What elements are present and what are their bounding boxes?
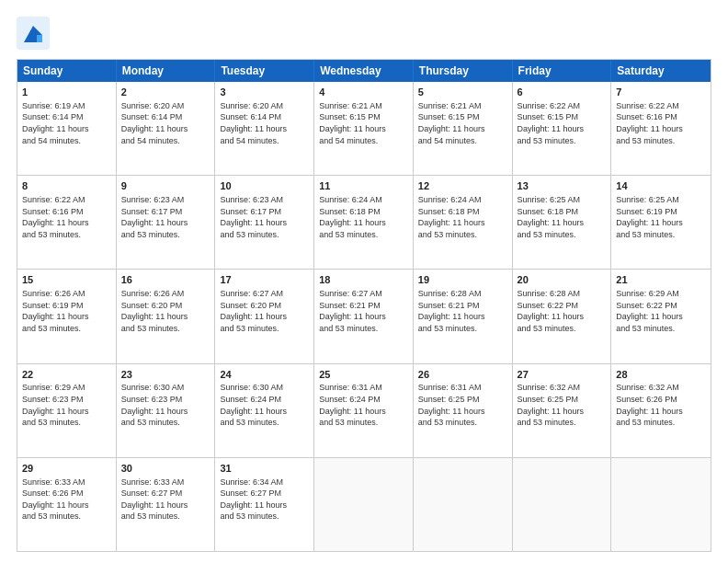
cell-info: Sunrise: 6:22 AM Sunset: 6:16 PM Dayligh… <box>616 100 706 146</box>
calendar-cell: 25Sunrise: 6:31 AM Sunset: 6:24 PM Dayli… <box>314 364 414 457</box>
calendar-cell <box>414 458 513 551</box>
day-number: 3 <box>220 86 309 99</box>
cell-info: Sunrise: 6:30 AM Sunset: 6:24 PM Dayligh… <box>220 382 309 428</box>
logo <box>17 17 53 50</box>
calendar-cell: 26Sunrise: 6:31 AM Sunset: 6:25 PM Dayli… <box>414 364 513 457</box>
cell-info: Sunrise: 6:24 AM Sunset: 6:18 PM Dayligh… <box>418 194 507 240</box>
day-number: 12 <box>418 179 507 193</box>
day-number: 9 <box>121 179 210 193</box>
cell-info: Sunrise: 6:30 AM Sunset: 6:23 PM Dayligh… <box>121 382 210 428</box>
calendar-row-4: 22Sunrise: 6:29 AM Sunset: 6:23 PM Dayli… <box>17 363 711 457</box>
calendar-cell: 12Sunrise: 6:24 AM Sunset: 6:18 PM Dayli… <box>414 176 513 269</box>
calendar-cell: 16Sunrise: 6:26 AM Sunset: 6:20 PM Dayli… <box>117 270 216 362</box>
cell-info: Sunrise: 6:28 AM Sunset: 6:21 PM Dayligh… <box>418 288 507 334</box>
cell-info: Sunrise: 6:19 AM Sunset: 6:14 PM Dayligh… <box>22 100 111 146</box>
day-number: 2 <box>121 86 210 99</box>
header-day-tuesday: Tuesday <box>215 60 314 82</box>
cell-info: Sunrise: 6:21 AM Sunset: 6:15 PM Dayligh… <box>319 100 408 146</box>
calendar-cell: 14Sunrise: 6:25 AM Sunset: 6:19 PM Dayli… <box>611 176 711 269</box>
day-number: 30 <box>121 462 210 476</box>
calendar-cell: 19Sunrise: 6:28 AM Sunset: 6:21 PM Dayli… <box>414 270 513 362</box>
day-number: 22 <box>22 368 111 382</box>
calendar-cell: 13Sunrise: 6:25 AM Sunset: 6:18 PM Dayli… <box>513 176 612 269</box>
header <box>17 17 711 50</box>
cell-info: Sunrise: 6:22 AM Sunset: 6:15 PM Dayligh… <box>518 100 607 146</box>
day-number: 18 <box>319 273 408 287</box>
day-number: 13 <box>518 179 607 193</box>
calendar-cell: 27Sunrise: 6:32 AM Sunset: 6:25 PM Dayli… <box>513 364 612 457</box>
calendar-cell: 20Sunrise: 6:28 AM Sunset: 6:22 PM Dayli… <box>513 270 612 362</box>
calendar-cell <box>513 458 612 551</box>
cell-info: Sunrise: 6:20 AM Sunset: 6:14 PM Dayligh… <box>121 100 210 146</box>
calendar-cell: 24Sunrise: 6:30 AM Sunset: 6:24 PM Dayli… <box>215 364 314 457</box>
cell-info: Sunrise: 6:29 AM Sunset: 6:23 PM Dayligh… <box>22 382 111 428</box>
cell-info: Sunrise: 6:23 AM Sunset: 6:17 PM Dayligh… <box>220 194 309 240</box>
cell-info: Sunrise: 6:27 AM Sunset: 6:20 PM Dayligh… <box>220 288 309 334</box>
cell-info: Sunrise: 6:34 AM Sunset: 6:27 PM Dayligh… <box>220 477 309 523</box>
calendar-cell <box>611 458 711 551</box>
day-number: 16 <box>121 273 210 287</box>
day-number: 8 <box>22 179 111 193</box>
calendar-cell: 30Sunrise: 6:33 AM Sunset: 6:27 PM Dayli… <box>117 458 216 551</box>
cell-info: Sunrise: 6:26 AM Sunset: 6:20 PM Dayligh… <box>121 288 210 334</box>
cell-info: Sunrise: 6:32 AM Sunset: 6:26 PM Dayligh… <box>616 382 706 428</box>
calendar-cell: 18Sunrise: 6:27 AM Sunset: 6:21 PM Dayli… <box>314 270 414 362</box>
header-day-monday: Monday <box>117 60 216 82</box>
cell-info: Sunrise: 6:33 AM Sunset: 6:26 PM Dayligh… <box>22 477 111 523</box>
calendar-cell: 4Sunrise: 6:21 AM Sunset: 6:15 PM Daylig… <box>314 82 414 175</box>
calendar-cell: 29Sunrise: 6:33 AM Sunset: 6:26 PM Dayli… <box>17 458 117 551</box>
cell-info: Sunrise: 6:23 AM Sunset: 6:17 PM Dayligh… <box>121 194 210 240</box>
cell-info: Sunrise: 6:27 AM Sunset: 6:21 PM Dayligh… <box>319 288 408 334</box>
calendar-row-5: 29Sunrise: 6:33 AM Sunset: 6:26 PM Dayli… <box>17 457 711 551</box>
day-number: 5 <box>418 86 507 99</box>
calendar-cell: 6Sunrise: 6:22 AM Sunset: 6:15 PM Daylig… <box>513 82 612 175</box>
day-number: 24 <box>220 368 309 382</box>
day-number: 29 <box>22 462 111 476</box>
cell-info: Sunrise: 6:20 AM Sunset: 6:14 PM Dayligh… <box>220 100 309 146</box>
day-number: 14 <box>616 179 706 193</box>
header-day-sunday: Sunday <box>17 60 117 82</box>
calendar-body: 1Sunrise: 6:19 AM Sunset: 6:14 PM Daylig… <box>17 82 711 551</box>
page: SundayMondayTuesdayWednesdayThursdayFrid… <box>0 0 728 563</box>
calendar-cell <box>314 458 414 551</box>
calendar-cell: 7Sunrise: 6:22 AM Sunset: 6:16 PM Daylig… <box>611 82 711 175</box>
cell-info: Sunrise: 6:21 AM Sunset: 6:15 PM Dayligh… <box>418 100 507 146</box>
day-number: 26 <box>418 368 507 382</box>
day-number: 10 <box>220 179 309 193</box>
day-number: 25 <box>319 368 408 382</box>
day-number: 17 <box>220 273 309 287</box>
day-number: 28 <box>616 368 706 382</box>
cell-info: Sunrise: 6:24 AM Sunset: 6:18 PM Dayligh… <box>319 194 408 240</box>
cell-info: Sunrise: 6:28 AM Sunset: 6:22 PM Dayligh… <box>518 288 607 334</box>
cell-info: Sunrise: 6:26 AM Sunset: 6:19 PM Dayligh… <box>22 288 111 334</box>
calendar-cell: 15Sunrise: 6:26 AM Sunset: 6:19 PM Dayli… <box>17 270 117 362</box>
day-number: 23 <box>121 368 210 382</box>
cell-info: Sunrise: 6:25 AM Sunset: 6:19 PM Dayligh… <box>616 194 706 240</box>
cell-info: Sunrise: 6:22 AM Sunset: 6:16 PM Dayligh… <box>22 194 111 240</box>
day-number: 31 <box>220 462 309 476</box>
calendar-cell: 1Sunrise: 6:19 AM Sunset: 6:14 PM Daylig… <box>17 82 117 175</box>
calendar-cell: 22Sunrise: 6:29 AM Sunset: 6:23 PM Dayli… <box>17 364 117 457</box>
calendar-cell: 10Sunrise: 6:23 AM Sunset: 6:17 PM Dayli… <box>215 176 314 269</box>
calendar-cell: 28Sunrise: 6:32 AM Sunset: 6:26 PM Dayli… <box>611 364 711 457</box>
calendar-cell: 5Sunrise: 6:21 AM Sunset: 6:15 PM Daylig… <box>414 82 513 175</box>
calendar-cell: 23Sunrise: 6:30 AM Sunset: 6:23 PM Dayli… <box>117 364 216 457</box>
cell-info: Sunrise: 6:31 AM Sunset: 6:25 PM Dayligh… <box>418 382 507 428</box>
cell-info: Sunrise: 6:31 AM Sunset: 6:24 PM Dayligh… <box>319 382 408 428</box>
cell-info: Sunrise: 6:25 AM Sunset: 6:18 PM Dayligh… <box>518 194 607 240</box>
calendar-cell: 3Sunrise: 6:20 AM Sunset: 6:14 PM Daylig… <box>215 82 314 175</box>
cell-info: Sunrise: 6:33 AM Sunset: 6:27 PM Dayligh… <box>121 477 210 523</box>
calendar-row-2: 8Sunrise: 6:22 AM Sunset: 6:16 PM Daylig… <box>17 175 711 269</box>
cell-info: Sunrise: 6:32 AM Sunset: 6:25 PM Dayligh… <box>518 382 607 428</box>
day-number: 20 <box>518 273 607 287</box>
day-number: 4 <box>319 86 408 99</box>
calendar-cell: 9Sunrise: 6:23 AM Sunset: 6:17 PM Daylig… <box>117 176 216 269</box>
calendar-cell: 11Sunrise: 6:24 AM Sunset: 6:18 PM Dayli… <box>314 176 414 269</box>
cell-info: Sunrise: 6:29 AM Sunset: 6:22 PM Dayligh… <box>616 288 706 334</box>
calendar-row-3: 15Sunrise: 6:26 AM Sunset: 6:19 PM Dayli… <box>17 269 711 362</box>
calendar-cell: 17Sunrise: 6:27 AM Sunset: 6:20 PM Dayli… <box>215 270 314 362</box>
day-number: 15 <box>22 273 111 287</box>
header-day-wednesday: Wednesday <box>314 60 414 82</box>
day-number: 27 <box>518 368 607 382</box>
day-number: 11 <box>319 179 408 193</box>
